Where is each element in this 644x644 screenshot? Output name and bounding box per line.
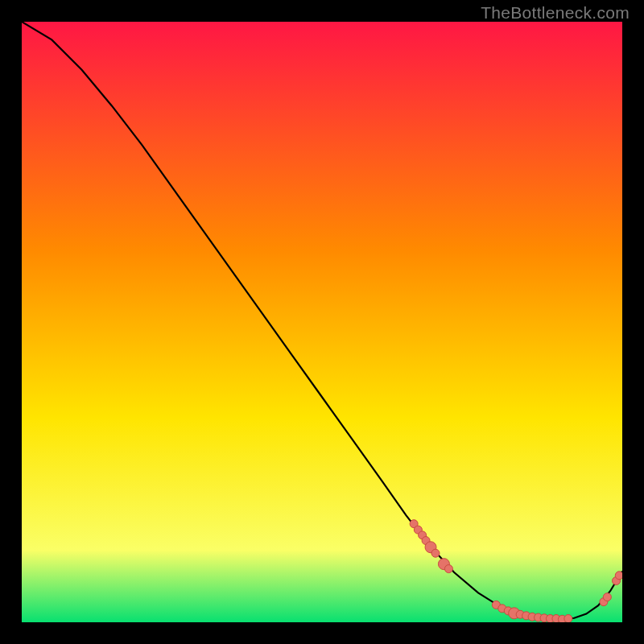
watermark-text: TheBottleneck.com — [481, 3, 630, 23]
bottleneck-chart — [22, 22, 622, 622]
data-point — [431, 549, 440, 557]
data-point — [603, 593, 611, 601]
data-point — [444, 565, 452, 573]
plot-area — [22, 22, 622, 622]
data-point — [564, 615, 572, 622]
chart-frame: TheBottleneck.com — [0, 0, 644, 644]
data-point — [615, 572, 622, 580]
gradient-background — [22, 22, 622, 622]
